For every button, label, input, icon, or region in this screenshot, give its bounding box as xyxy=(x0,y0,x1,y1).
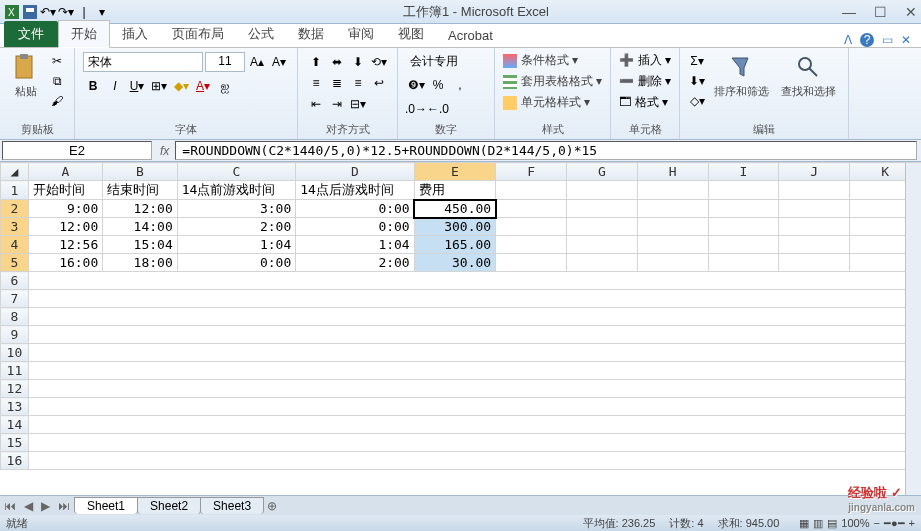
view-layout-icon[interactable]: ▥ xyxy=(813,517,823,530)
cell[interactable]: 2:00 xyxy=(177,218,295,236)
find-select-button[interactable]: 查找和选择 xyxy=(777,52,840,101)
align-left-icon[interactable]: ≡ xyxy=(306,73,326,93)
tab-layout[interactable]: 页面布局 xyxy=(160,21,236,47)
cell[interactable]: 3:00 xyxy=(177,200,295,218)
clear-icon[interactable]: ◇▾ xyxy=(688,92,706,110)
tab-formulas[interactable]: 公式 xyxy=(236,21,286,47)
cell[interactable]: 12:00 xyxy=(103,200,177,218)
help-icon[interactable]: ? xyxy=(860,33,874,47)
minimize-button[interactable]: — xyxy=(842,4,856,20)
cell[interactable]: 300.00 xyxy=(414,218,496,236)
select-all-corner[interactable]: ◢ xyxy=(1,163,29,181)
window-restore-icon[interactable]: ▭ xyxy=(882,33,893,47)
copy-icon[interactable]: ⧉ xyxy=(48,72,66,90)
format-cells-button[interactable]: 🗔 格式 ▾ xyxy=(619,94,668,111)
format-painter-icon[interactable]: 🖌 xyxy=(48,92,66,110)
cell[interactable]: 1:04 xyxy=(296,236,414,254)
zoom-in-icon[interactable]: + xyxy=(909,517,915,529)
sheet-nav-prev-icon[interactable]: ◀ xyxy=(20,499,37,513)
zoom-slider[interactable]: ━●━ xyxy=(884,517,905,530)
bold-icon[interactable]: B xyxy=(83,76,103,96)
merge-icon[interactable]: ⊟▾ xyxy=(348,94,368,114)
undo-icon[interactable]: ↶▾ xyxy=(40,4,56,20)
font-name-select[interactable]: 宋体 xyxy=(83,52,203,72)
tab-review[interactable]: 审阅 xyxy=(336,21,386,47)
col-header[interactable]: B xyxy=(103,163,177,181)
cell[interactable]: 18:00 xyxy=(103,254,177,272)
decrease-decimal-icon[interactable]: ←.0 xyxy=(428,99,448,119)
cell-styles-button[interactable]: 单元格样式 ▾ xyxy=(503,94,590,111)
increase-decimal-icon[interactable]: .0→ xyxy=(406,99,426,119)
align-right-icon[interactable]: ≡ xyxy=(348,73,368,93)
col-header[interactable]: I xyxy=(708,163,779,181)
sort-filter-button[interactable]: 排序和筛选 xyxy=(710,52,773,101)
col-header[interactable]: C xyxy=(177,163,295,181)
sheet-nav-last-icon[interactable]: ⏭ xyxy=(54,499,74,513)
fill-icon[interactable]: ⬇▾ xyxy=(688,72,706,90)
italic-icon[interactable]: I xyxy=(105,76,125,96)
accounting-icon[interactable]: ❾▾ xyxy=(406,75,426,95)
cell[interactable]: 12:00 xyxy=(28,218,102,236)
row-header[interactable]: 5 xyxy=(1,254,29,272)
tab-insert[interactable]: 插入 xyxy=(110,21,160,47)
align-bottom-icon[interactable]: ⬇ xyxy=(348,52,368,72)
redo-icon[interactable]: ↷▾ xyxy=(58,4,74,20)
close-button[interactable]: ✕ xyxy=(905,4,917,20)
cell[interactable]: 0:00 xyxy=(177,254,295,272)
increase-indent-icon[interactable]: ⇥ xyxy=(327,94,347,114)
border-icon[interactable]: ⊞▾ xyxy=(149,76,169,96)
cell[interactable]: 费用 xyxy=(414,181,496,200)
vertical-scrollbar[interactable] xyxy=(905,163,921,495)
delete-cells-button[interactable]: ➖ 删除 ▾ xyxy=(619,73,671,90)
tab-home[interactable]: 开始 xyxy=(58,20,110,48)
cell[interactable]: 1:04 xyxy=(177,236,295,254)
cell[interactable]: 165.00 xyxy=(414,236,496,254)
wrap-text-icon[interactable]: ↩ xyxy=(369,73,389,93)
cell[interactable]: 14点前游戏时间 xyxy=(177,181,295,200)
maximize-button[interactable]: ☐ xyxy=(874,4,887,20)
save-icon[interactable] xyxy=(22,4,38,20)
sheet-tab[interactable]: Sheet3 xyxy=(200,497,264,514)
comma-icon[interactable]: , xyxy=(450,75,470,95)
tab-view[interactable]: 视图 xyxy=(386,21,436,47)
phonetic-icon[interactable]: ஐ xyxy=(215,76,235,96)
cut-icon[interactable]: ✂ xyxy=(48,52,66,70)
row-header[interactable]: 2 xyxy=(1,200,29,218)
new-sheet-icon[interactable]: ⊕ xyxy=(263,499,281,513)
view-pagebreak-icon[interactable]: ▤ xyxy=(827,517,837,530)
autosum-icon[interactable]: Σ▾ xyxy=(688,52,706,70)
tab-acrobat[interactable]: Acrobat xyxy=(436,24,505,47)
sheet-tab[interactable]: Sheet2 xyxy=(137,497,201,514)
cell[interactable]: 15:04 xyxy=(103,236,177,254)
col-header[interactable]: A xyxy=(28,163,102,181)
format-as-table-button[interactable]: 套用表格格式 ▾ xyxy=(503,73,602,90)
insert-cells-button[interactable]: ➕ 插入 ▾ xyxy=(619,52,671,69)
cell[interactable]: 0:00 xyxy=(296,200,414,218)
increase-font-icon[interactable]: A▴ xyxy=(247,52,267,72)
row-header[interactable]: 4 xyxy=(1,236,29,254)
col-header[interactable]: H xyxy=(637,163,708,181)
cell[interactable]: 16:00 xyxy=(28,254,102,272)
decrease-indent-icon[interactable]: ⇤ xyxy=(306,94,326,114)
zoom-level[interactable]: 100% xyxy=(841,517,869,529)
underline-icon[interactable]: U▾ xyxy=(127,76,147,96)
align-top-icon[interactable]: ⬆ xyxy=(306,52,326,72)
close-workbook-icon[interactable]: ✕ xyxy=(901,33,911,47)
align-middle-icon[interactable]: ⬌ xyxy=(327,52,347,72)
sheet-tab[interactable]: Sheet1 xyxy=(74,497,138,514)
row-header[interactable]: 3 xyxy=(1,218,29,236)
fx-icon[interactable]: fx xyxy=(154,144,175,158)
col-header[interactable]: J xyxy=(779,163,850,181)
sheet-nav-first-icon[interactable]: ⏮ xyxy=(0,499,20,513)
decrease-font-icon[interactable]: A▾ xyxy=(269,52,289,72)
qat-customize-icon[interactable]: ▾ xyxy=(94,4,110,20)
worksheet-grid[interactable]: ◢ A B C D E F G H I J K 1 开始时间 结束时间 14点前… xyxy=(0,162,921,472)
orientation-icon[interactable]: ⟲▾ xyxy=(369,52,389,72)
cell[interactable]: 14点后游戏时间 xyxy=(296,181,414,200)
cell[interactable]: 14:00 xyxy=(103,218,177,236)
view-normal-icon[interactable]: ▦ xyxy=(799,517,809,530)
cell[interactable]: 2:00 xyxy=(296,254,414,272)
cell[interactable]: 开始时间 xyxy=(28,181,102,200)
conditional-format-button[interactable]: 条件格式 ▾ xyxy=(503,52,578,69)
cell[interactable]: 9:00 xyxy=(28,200,102,218)
